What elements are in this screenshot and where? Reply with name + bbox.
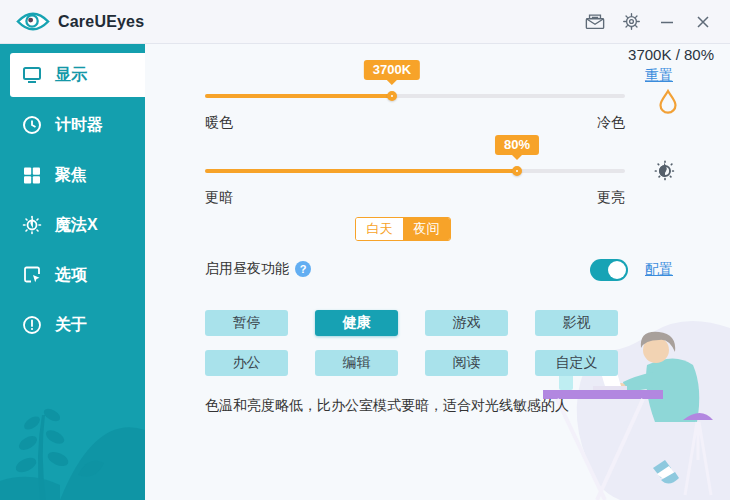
cold-label: 冷色: [597, 114, 625, 132]
mail-icon[interactable]: [582, 9, 608, 35]
sidebar-item-label: 计时器: [55, 115, 103, 136]
current-value-readout: 3700K / 80%: [628, 46, 714, 63]
brightness-slider-thumb[interactable]: [512, 166, 522, 176]
warm-label: 暖色: [205, 114, 233, 132]
night-button[interactable]: 夜间: [403, 218, 450, 240]
temperature-slider-thumb[interactable]: [387, 91, 397, 101]
sidebar-item-label: 显示: [55, 65, 87, 86]
schedule-label: 启用昼夜功能: [205, 260, 289, 278]
app-window: CareUEyes: [0, 0, 730, 500]
brightness-icon: [653, 159, 677, 183]
preset-read[interactable]: 阅读: [425, 350, 508, 376]
temperature-slider-badge: 3700K: [364, 60, 420, 80]
help-icon[interactable]: ?: [295, 261, 311, 277]
sidebar: 显示 计时器 聚焦: [0, 44, 145, 500]
brightness-slider[interactable]: 80%: [205, 169, 625, 173]
preset-movie[interactable]: 影视: [535, 310, 618, 336]
temperature-slider[interactable]: 3700K: [205, 94, 625, 98]
preset-description: 色温和亮度略低，比办公室模式要暗，适合对光线敏感的人: [205, 397, 569, 415]
magic-icon: [22, 215, 42, 235]
preset-office[interactable]: 办公: [205, 350, 288, 376]
sidebar-item-focus[interactable]: 聚焦: [0, 150, 145, 200]
preset-edit[interactable]: 编辑: [315, 350, 398, 376]
gear-icon[interactable]: [618, 9, 644, 35]
sidebar-item-label: 选项: [55, 265, 87, 286]
sidebar-item-options[interactable]: 选项: [0, 250, 145, 300]
sidebar-item-magic[interactable]: 魔法X: [0, 200, 145, 250]
preset-pause[interactable]: 暂停: [205, 310, 288, 336]
sidebar-item-label: 聚焦: [55, 165, 87, 186]
eye-logo-icon: [16, 9, 50, 34]
sidebar-item-display[interactable]: 显示: [10, 53, 145, 97]
plant-decoration: [0, 385, 145, 500]
brightness-slider-fill: [205, 169, 517, 173]
close-button[interactable]: [690, 9, 716, 35]
brightness-slider-badge: 80%: [495, 135, 539, 155]
day-night-segmented: 白天 夜间: [355, 217, 451, 241]
sidebar-item-label: 关于: [55, 315, 87, 336]
day-button[interactable]: 白天: [356, 218, 403, 240]
preset-custom[interactable]: 自定义: [535, 350, 618, 376]
sidebar-item-label: 魔法X: [55, 215, 98, 236]
temperature-slider-fill: [205, 94, 392, 98]
display-icon: [22, 65, 42, 85]
timer-icon: [22, 115, 42, 135]
preset-game[interactable]: 游戏: [425, 310, 508, 336]
minimize-button[interactable]: [654, 9, 680, 35]
reset-link[interactable]: 重置: [645, 67, 673, 85]
app-title: CareUEyes: [58, 13, 144, 31]
droplet-icon[interactable]: [655, 88, 681, 116]
main-panel: 3700K / 80% 重置 3700K 暖色 冷色 80% 更暗 更亮: [145, 44, 730, 500]
toggle-knob: [608, 261, 626, 279]
focus-icon: [22, 165, 42, 185]
sidebar-item-about[interactable]: 关于: [0, 300, 145, 350]
app-logo: CareUEyes: [0, 9, 144, 34]
sidebar-item-timer[interactable]: 计时器: [0, 100, 145, 150]
about-icon: [22, 315, 42, 335]
preset-health[interactable]: 健康: [315, 310, 398, 336]
darker-label: 更暗: [205, 189, 233, 207]
titlebar: CareUEyes: [0, 0, 730, 44]
schedule-label-row: 启用昼夜功能 ?: [205, 260, 311, 278]
schedule-toggle[interactable]: [590, 259, 628, 281]
options-icon: [22, 265, 42, 285]
brighter-label: 更亮: [597, 189, 625, 207]
config-link[interactable]: 配置: [645, 261, 673, 279]
